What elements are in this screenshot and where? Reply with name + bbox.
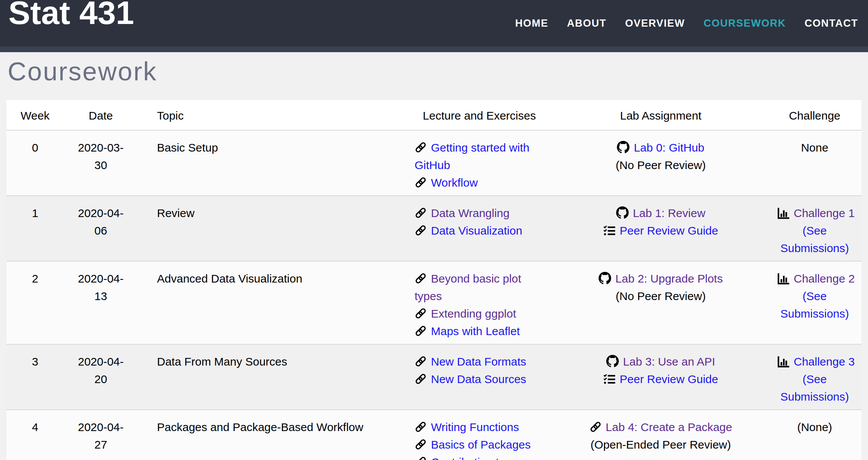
link-icon [415, 421, 427, 433]
bar-chart-icon [777, 272, 790, 284]
lectures-cell: Beyond basic plot types Extending ggplot… [405, 261, 554, 344]
lecture-link[interactable]: Extending ggplot [415, 307, 516, 320]
link-icon [415, 207, 427, 219]
lab-link[interactable]: Lab 4: Create a Package [589, 421, 732, 433]
link-icon [415, 141, 427, 153]
lecture-link[interactable]: Basics of Packages [415, 438, 531, 451]
navbar-bottom-strip [0, 46, 868, 52]
lab-note: (Open-Ended Peer Review) [563, 436, 758, 454]
week-cell: 2 [6, 261, 64, 344]
site-title[interactable]: Stat 431 [8, 0, 134, 29]
link-icon [415, 456, 427, 460]
header-date: Date [64, 100, 138, 130]
lecture-link[interactable]: Contributing to Packages [415, 456, 505, 460]
lab-note: (No Peer Review) [563, 288, 758, 305]
nav-item-home[interactable]: HOME [515, 18, 548, 29]
lectures-cell: New Data Formats New Data Sources [405, 344, 554, 410]
table-row: 2 2020-04-13 Advanced Data Visualization… [6, 261, 862, 344]
date-cell: 2020-04-13 [64, 261, 138, 344]
table-row: 0 2020-03-30 Basic Setup Getting started… [6, 130, 862, 196]
topic-cell: Basic Setup [138, 130, 405, 196]
week-cell: 3 [6, 344, 64, 410]
lab-link[interactable]: Lab 2: Upgrade Plots [599, 272, 723, 285]
date-cell: 2020-04-20 [64, 344, 138, 410]
peer-review-link[interactable]: Peer Review Guide [603, 224, 718, 237]
challenge-none: (None) [777, 418, 852, 436]
lab-cell: Lab 3: Use an API Peer Review Guide [554, 344, 768, 410]
header-challenge: Challenge [768, 100, 862, 130]
lectures-cell: Writing Functions Basics of Packages Con… [405, 410, 554, 460]
checklist-icon [603, 224, 615, 236]
date-cell: 2020-03-30 [64, 130, 138, 196]
challenge-cell: (None) [768, 410, 862, 460]
lecture-link[interactable]: Writing Functions [415, 421, 519, 433]
header-topic: Topic [138, 100, 405, 130]
lab-link[interactable]: Lab 1: Review [616, 207, 705, 219]
lecture-link[interactable]: Getting started with GitHub [415, 141, 529, 171]
main-nav: HOME ABOUT OVERVIEW COURSEWORK CONTACT [515, 18, 868, 29]
github-icon [606, 355, 619, 367]
week-cell: 1 [6, 196, 64, 261]
lab-note: (No Peer Review) [563, 157, 758, 174]
lab-link[interactable]: Lab 0: GitHub [617, 141, 704, 154]
lab-cell: Lab 2: Upgrade Plots (No Peer Review) [554, 261, 768, 344]
table-row: 4 2020-04-27 Packages and Package-Based … [6, 410, 862, 460]
github-icon [599, 272, 611, 284]
challenge-link[interactable]: Challenge 1 [777, 204, 855, 222]
lecture-link[interactable]: New Data Sources [415, 373, 526, 385]
challenge-cell: Challenge 3 (See Submissions) [768, 344, 862, 410]
challenge-link[interactable]: Challenge 3 [777, 353, 855, 371]
topic-cell: Data From Many Sources [138, 344, 405, 410]
table-header-row: Week Date Topic Lecture and Exercises La… [6, 100, 862, 130]
header-lab: Lab Assignment [554, 100, 768, 130]
lab-cell: Lab 1: Review Peer Review Guide [554, 196, 768, 261]
nav-item-overview[interactable]: OVERVIEW [625, 18, 685, 29]
link-icon [589, 421, 602, 433]
nav-item-contact[interactable]: CONTACT [805, 18, 858, 29]
link-icon [415, 373, 427, 385]
topic-cell: Review [138, 196, 405, 261]
date-cell: 2020-04-06 [64, 196, 138, 261]
coursework-table: Week Date Topic Lecture and Exercises La… [6, 100, 862, 460]
see-submissions-link[interactable]: (See Submissions) [780, 373, 849, 403]
topic-cell: Packages and Package-Based Workflow [138, 410, 405, 460]
table-row: 1 2020-04-06 Review Data Wrangling Data … [6, 196, 862, 261]
github-icon [617, 141, 629, 153]
lab-link[interactable]: Lab 3: Use an API [606, 355, 715, 368]
challenge-none: None [777, 139, 852, 157]
date-cell: 2020-04-27 [64, 410, 138, 460]
lecture-link[interactable]: Workflow [415, 176, 478, 189]
github-icon [616, 206, 629, 219]
topic-cell: Advanced Data Visualization [138, 261, 405, 344]
link-icon [415, 307, 427, 319]
peer-review-link[interactable]: Peer Review Guide [603, 373, 718, 385]
challenge-link[interactable]: Challenge 2 [777, 270, 855, 288]
nav-item-about[interactable]: ABOUT [567, 18, 607, 29]
link-icon [415, 355, 427, 367]
lecture-link[interactable]: Beyond basic plot types [415, 272, 521, 302]
nav-item-coursework[interactable]: COURSEWORK [704, 18, 786, 29]
table-row: 3 2020-04-20 Data From Many Sources New … [6, 344, 862, 410]
link-icon [415, 272, 427, 284]
bar-chart-icon [777, 355, 790, 367]
navbar: Stat 431 HOME ABOUT OVERVIEW COURSEWORK … [0, 0, 868, 46]
lecture-link[interactable]: Maps with Leaflet [415, 325, 520, 337]
link-icon [415, 438, 427, 450]
lecture-link[interactable]: New Data Formats [415, 355, 526, 368]
challenge-cell: Challenge 2 (See Submissions) [768, 261, 862, 344]
week-cell: 4 [6, 410, 64, 460]
link-icon [415, 224, 427, 236]
lectures-cell: Data Wrangling Data Visualization [405, 196, 554, 261]
lab-cell: Lab 4: Create a Package (Open-Ended Peer… [554, 410, 768, 460]
page-title: Coursework [8, 58, 868, 85]
see-submissions-link[interactable]: (See Submissions) [780, 290, 849, 320]
lectures-cell: Getting started with GitHub Workflow [405, 130, 554, 196]
header-week: Week [6, 100, 64, 130]
see-submissions-link[interactable]: (See Submissions) [780, 224, 849, 254]
week-cell: 0 [6, 130, 64, 196]
lecture-link[interactable]: Data Visualization [415, 224, 522, 237]
link-icon [415, 176, 427, 188]
challenge-cell: None [768, 130, 862, 196]
lecture-link[interactable]: Data Wrangling [415, 207, 509, 219]
lab-cell: Lab 0: GitHub (No Peer Review) [554, 130, 768, 196]
